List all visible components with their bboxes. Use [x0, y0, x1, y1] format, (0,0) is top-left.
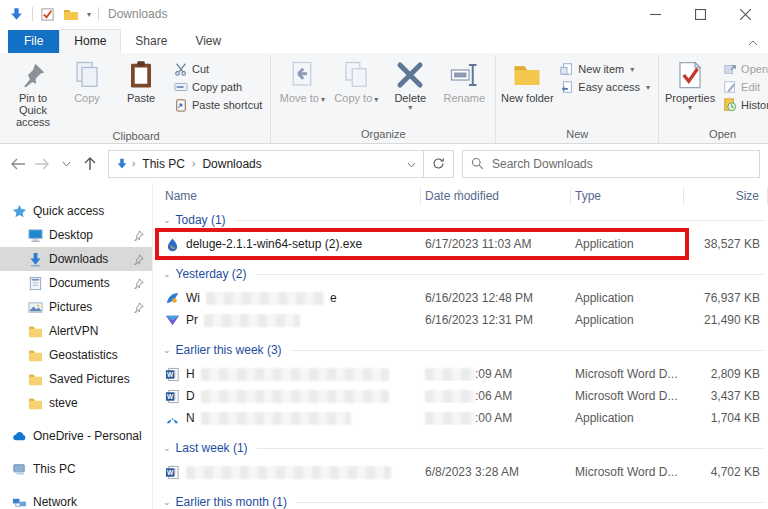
folder-icon: [28, 396, 43, 411]
close-button[interactable]: [723, 0, 768, 28]
recent-locations-chevron-icon[interactable]: [54, 151, 78, 177]
ribbon: Pin to Quick access Copy Paste: [0, 53, 768, 144]
file-row[interactable]: WD:06 AMMicrosoft Word D...3,437 KB: [161, 385, 768, 407]
group-label-clipboard: Clipboard: [6, 128, 266, 145]
cut-button[interactable]: Cut: [174, 62, 262, 76]
sidebar-item-network[interactable]: Network: [0, 490, 152, 509]
copy-button[interactable]: Copy: [60, 58, 114, 104]
collapse-group-chevron-icon[interactable]: ⌄: [163, 269, 171, 279]
file-row[interactable]: N:00 AMApplication1,704 KB: [161, 407, 768, 429]
sidebar-item-onedrive-personal[interactable]: OneDrive - Personal: [0, 424, 152, 448]
column-header-date-modified[interactable]: ˄ Date modified: [421, 187, 571, 205]
ribbon-group-open: Properties ▾ Open Edit: [658, 55, 768, 143]
file-row[interactable]: Pr6/16/2023 12:31 PMApplication21,490 KB: [161, 309, 768, 331]
column-header-name[interactable]: Name: [161, 187, 421, 205]
redacted-text: [206, 292, 324, 305]
open-button[interactable]: Open: [723, 62, 768, 76]
tab-view[interactable]: View: [181, 30, 235, 53]
pin-to-quick-access-button[interactable]: Pin to Quick access: [6, 58, 60, 128]
history-icon: [723, 98, 737, 112]
file-row[interactable]: W6/8/2023 3:28 AMMicrosoft Word D...4,70…: [161, 461, 768, 483]
search-input[interactable]: [492, 157, 751, 171]
sidebar-item-label: steve: [49, 396, 78, 410]
copy-path-button[interactable]: Copy path: [174, 80, 262, 94]
new-item-button[interactable]: New item: [560, 62, 650, 76]
sort-ascending-icon: ˄: [457, 183, 462, 201]
copy-to-button[interactable]: Copy to: [329, 58, 383, 106]
sidebar-item-this-pc[interactable]: This PC: [0, 457, 152, 481]
new-folder-button[interactable]: New folder: [500, 58, 554, 104]
collapse-group-chevron-icon[interactable]: ⌄: [163, 345, 171, 355]
move-to-button[interactable]: Move to: [275, 58, 329, 106]
window-title: Downloads: [108, 7, 167, 21]
desktop-icon: [28, 228, 43, 243]
collapse-ribbon-icon[interactable]: [748, 35, 758, 49]
collapse-group-chevron-icon[interactable]: ⌄: [163, 497, 171, 507]
sidebar-item-desktop[interactable]: Desktop: [0, 223, 152, 247]
sidebar-item-quick-access[interactable]: Quick access: [0, 199, 152, 223]
file-row[interactable]: deluge-2.1.1-win64-setup (2).exe6/17/202…: [161, 233, 768, 255]
group-header-last-week-1[interactable]: ⌄Last week (1): [161, 435, 768, 461]
breadcrumb-this-pc[interactable]: This PC: [138, 157, 189, 171]
sidebar-item-alertvpn[interactable]: AlertVPN: [0, 319, 152, 343]
svg-text:W: W: [167, 370, 174, 377]
size-cell: 76,937 KB: [684, 291, 768, 305]
back-icon[interactable]: [6, 151, 30, 177]
sidebar-item-label: Network: [33, 495, 77, 509]
rename-button[interactable]: Rename: [437, 58, 491, 104]
date-text: 6/8/2023 3:28 AM: [425, 465, 519, 479]
sidebar-item-documents[interactable]: Documents: [0, 271, 152, 295]
sidebar-item-steve[interactable]: steve: [0, 391, 152, 415]
address-bar[interactable]: › This PC › Downloads: [108, 150, 424, 178]
group-rule: [291, 350, 764, 351]
group-header-earlier-this-week-3[interactable]: ⌄Earlier this week (3): [161, 337, 768, 363]
tab-home[interactable]: Home: [59, 29, 121, 53]
sidebar-item-downloads[interactable]: Downloads: [0, 247, 152, 271]
folder-icon: [28, 348, 43, 363]
tab-share[interactable]: Share: [121, 30, 181, 53]
refresh-icon[interactable]: [424, 150, 454, 178]
customize-qat-dropdown-icon[interactable]: ▾: [87, 11, 91, 18]
clipboard-icon: [126, 60, 156, 90]
new-folder-qat-icon[interactable]: [63, 7, 79, 21]
size-cell: 2,809 KB: [684, 367, 768, 381]
maximize-button[interactable]: [678, 0, 723, 28]
copy-to-icon: [341, 60, 371, 90]
ribbon-group-clipboard: Pin to Quick access Copy Paste: [2, 55, 270, 143]
paste-button[interactable]: Paste: [114, 58, 168, 104]
minimize-button[interactable]: [633, 0, 678, 28]
redacted-text: [201, 368, 389, 381]
button-label: History: [741, 99, 768, 111]
easy-access-button[interactable]: Easy access: [560, 80, 650, 94]
group-label: Earlier this month (1): [176, 495, 287, 509]
group-header-today-1[interactable]: ⌄Today (1): [161, 207, 768, 233]
redacted-text: [425, 390, 475, 403]
address-dropdown-icon[interactable]: [399, 157, 423, 171]
file-name: N: [186, 411, 195, 425]
properties-qat-icon[interactable]: [40, 7, 55, 22]
column-header-type[interactable]: Type: [571, 187, 684, 205]
collapse-group-chevron-icon[interactable]: ⌄: [163, 215, 171, 225]
arc-icon: [165, 411, 180, 426]
pin-icon: [133, 278, 144, 289]
group-header-earlier-this-month-1[interactable]: ⌄Earlier this month (1): [161, 489, 768, 509]
delete-button[interactable]: Delete ▾: [383, 58, 437, 111]
tab-file[interactable]: File: [8, 30, 59, 53]
collapse-group-chevron-icon[interactable]: ⌄: [163, 443, 171, 453]
file-row[interactable]: WH:09 AMMicrosoft Word D...2,809 KB: [161, 363, 768, 385]
sidebar-item-pictures[interactable]: Pictures: [0, 295, 152, 319]
sidebar-item-saved-pictures[interactable]: Saved Pictures: [0, 367, 152, 391]
download-arrow-icon: [28, 252, 43, 267]
sidebar-item-geostatistics[interactable]: Geostatistics: [0, 343, 152, 367]
breadcrumb-downloads[interactable]: Downloads: [198, 157, 265, 171]
up-icon[interactable]: [78, 151, 102, 177]
properties-button[interactable]: Properties ▾: [663, 58, 717, 111]
group-header-yesterday-2[interactable]: ⌄Yesterday (2): [161, 261, 768, 287]
history-button[interactable]: History: [723, 98, 768, 112]
search-box[interactable]: [462, 150, 760, 178]
column-header-size[interactable]: Size: [684, 187, 768, 205]
paste-shortcut-button[interactable]: Paste shortcut: [174, 98, 262, 112]
edit-button[interactable]: Edit: [723, 80, 768, 94]
forward-icon[interactable]: [30, 151, 54, 177]
file-row[interactable]: Wie6/16/2023 12:48 PMApplication76,937 K…: [161, 287, 768, 309]
